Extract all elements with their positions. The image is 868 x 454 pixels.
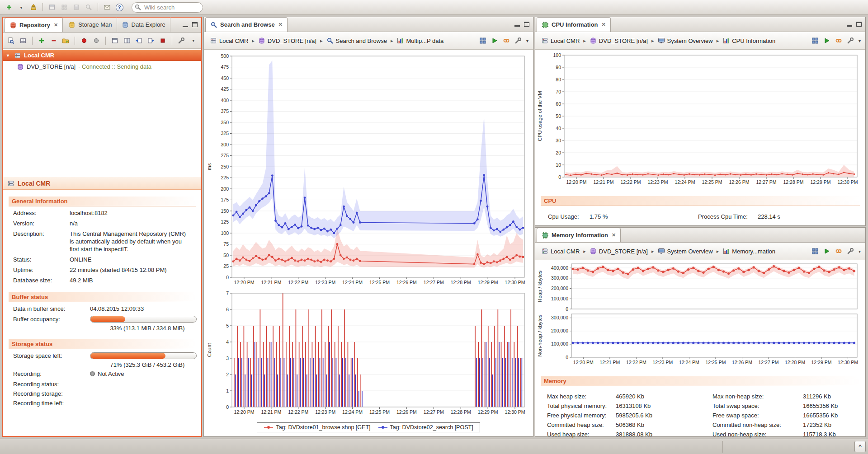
record-off-icon-button[interactable] [91,35,101,46]
svg-text:12:23 PM: 12:23 PM [648,179,668,185]
minimize-icon[interactable] [183,23,188,27]
expand-icon[interactable]: ▾ [7,53,11,58]
upload-icon-button[interactable] [28,2,39,13]
tab-data-explore[interactable]: Data Explore [117,17,170,32]
breadcrumb-item-local-cmr[interactable]: Local CMR [208,36,250,45]
wrench-icon[interactable] [514,37,522,44]
memory-stat-row: Max heap size:465920 KbMax non-heap size… [547,392,865,401]
info-row-address: Address:localhost:8182 [3,208,201,219]
wrench-icon[interactable] [847,248,854,255]
search-input[interactable] [132,2,203,13]
tab-repository[interactable]: Repository✕ [5,18,63,32]
window-icon-button[interactable] [110,35,120,46]
tab-storage-man[interactable]: Storage Man [64,17,117,32]
help-icon-button[interactable]: ? [114,2,125,13]
tree-item-local-cmr[interactable]: ▾Local CMR [3,50,201,61]
record-icon-button[interactable] [79,35,89,46]
response-time-chart: 0255075100125150175200225250275300325350… [204,51,533,288]
dropdown-arrow-icon-button[interactable]: ▾ [189,35,198,46]
tab-search-and-browse[interactable]: Search and Browse✕ [205,17,288,32]
dropdown-arrow-icon[interactable]: ▾ [192,38,194,43]
plus-icon-button[interactable] [37,35,47,46]
toolbar-separator [42,3,43,11]
add-icon-button[interactable] [4,2,14,13]
play-icon[interactable] [491,37,498,44]
dropdown-arrow-icon-button[interactable]: ▾ [16,2,27,13]
close-icon[interactable]: ✕ [612,232,616,238]
info-label: Version: [13,220,70,227]
window-split-icon-button[interactable] [122,35,132,46]
dropdown-arrow-icon[interactable]: ▾ [526,38,528,43]
info-value: 22 minutes (started 8/4/15 12:08 PM) [70,267,197,274]
close-icon[interactable]: ✕ [54,22,58,28]
maximize-icon[interactable] [856,22,862,27]
minimize-icon[interactable] [514,22,520,27]
breadcrumb-label: CPU Information [732,37,775,44]
stat-label-total-swap-space: Total swap space: [712,403,803,409]
svg-text:2: 2 [226,372,229,377]
window-split-icon [123,37,131,44]
info-label: Description: [13,230,70,237]
link-icon[interactable] [503,37,510,44]
svg-text:Heap / kbytes: Heap / kbytes [537,271,542,303]
explorer-icon [122,21,129,28]
export-icon-button[interactable] [146,35,156,46]
stat-value-5985205-6-kb: 5985205.6 Kb [616,412,712,419]
breadcrumb-item-search-and-browse[interactable]: Search and Browse [325,36,388,45]
close-icon[interactable]: ✕ [278,22,283,28]
dropdown-arrow-icon[interactable]: ▾ [859,249,861,254]
breadcrumb-item-dvd-store-n-a[interactable]: DVD_STORE [n/a] [257,36,318,45]
minus-icon-button[interactable] [48,35,58,46]
minimize-icon[interactable] [847,22,852,27]
minus-icon [50,37,57,44]
import-icon-button[interactable] [134,35,144,46]
wrench-icon[interactable] [847,37,854,44]
chart-toggle-icon[interactable] [811,248,819,255]
folder-icon-button[interactable] [61,35,71,46]
svg-text:70: 70 [556,89,561,94]
maximize-icon[interactable] [192,22,198,27]
breadcrumb-item-dvd-store-n-a[interactable]: DVD_STORE [n/a] [588,36,649,45]
stop-icon-button[interactable] [158,35,168,46]
play-icon[interactable] [823,248,830,255]
svg-text:5: 5 [226,323,229,328]
tab-label: Search and Browse [220,21,275,28]
maximize-icon[interactable] [524,22,529,27]
mail-icon-button[interactable] [102,2,113,13]
memory-tab-bar: Memory Information✕ [535,228,865,243]
chart-toggle-icon[interactable] [479,37,486,44]
svg-text:12:25 PM: 12:25 PM [369,409,390,415]
stat-label-committed-non-heap-size: Committed non-heap size: [712,421,803,428]
svg-text:12:27 PM: 12:27 PM [424,409,444,415]
tab-cpu-information[interactable]: CPU Information✕ [537,17,611,32]
breadcrumb-item-memory-mation[interactable]: Memory...mation [721,247,777,256]
chart-toggle-icon[interactable] [811,37,819,44]
table-icon-button[interactable] [18,35,28,46]
info-row-recording-status: Recording status: [3,379,201,389]
filter-icon-button[interactable] [6,35,16,46]
storage-space-left-progress-bar [90,352,197,359]
dropdown-arrow-icon[interactable]: ▾ [859,38,861,43]
dropdown-arrow-icon[interactable]: ▾ [20,5,22,10]
breadcrumb-item-local-cmr[interactable]: Local CMR [540,247,581,256]
svg-text:12:26 PM: 12:26 PM [732,360,752,365]
breadcrumb-item-system-overview[interactable]: System Overview [656,247,714,256]
breadcrumb-item-local-cmr[interactable]: Local CMR [540,36,581,45]
breadcrumb-item-dvd-store-n-a[interactable]: DVD_STORE [n/a] [588,247,649,256]
memory-heap-chart: 0100,000200,000300,000400,000Heap / kbyt… [535,260,864,311]
plus-icon [38,37,45,44]
breadcrumb-item-cpu-information[interactable]: CPU Information [721,36,777,45]
tab-memory-information[interactable]: Memory Information✕ [537,228,621,242]
svg-text:12:28 PM: 12:28 PM [451,280,471,285]
breadcrumb-item-system-overview[interactable]: System Overview [656,36,714,45]
close-icon[interactable]: ✕ [602,22,606,28]
breadcrumb-item-multip-p-data[interactable]: Multip...P data [395,36,445,45]
link-icon[interactable] [835,37,842,44]
link-icon[interactable] [835,248,842,255]
tree-item-dvd-store-n-a[interactable]: DVD_STORE [n/a] - Connected :: Sending d… [3,61,201,72]
play-icon[interactable] [823,37,830,44]
svg-text:0: 0 [226,404,229,410]
help-icon[interactable]: ? [116,4,123,11]
restore-view-button[interactable]: ^ [854,441,866,452]
wrench-icon-button[interactable] [176,35,186,46]
